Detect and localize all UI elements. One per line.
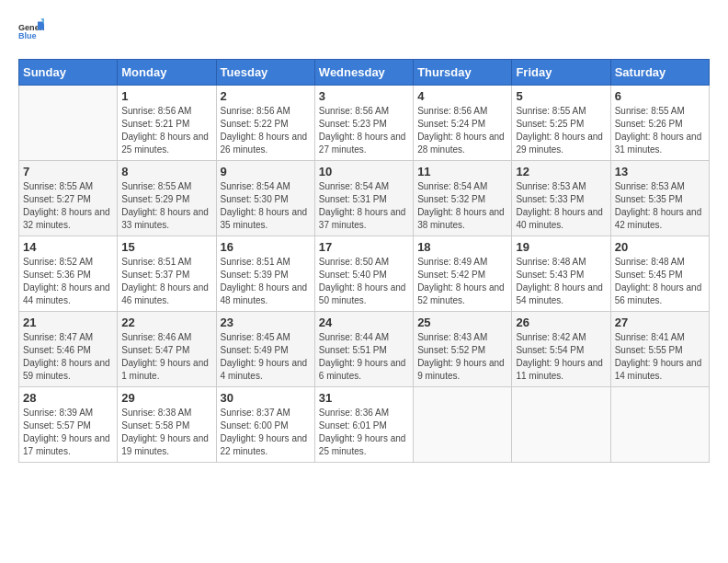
calendar-cell: 18Sunrise: 8:49 AMSunset: 5:42 PMDayligh… xyxy=(414,236,512,312)
day-info: Sunrise: 8:46 AMSunset: 5:47 PMDaylight:… xyxy=(121,331,211,383)
calendar-cell: 14Sunrise: 8:52 AMSunset: 5:36 PMDayligh… xyxy=(19,236,118,312)
day-number: 13 xyxy=(615,165,705,178)
day-number: 26 xyxy=(516,316,606,329)
day-number: 16 xyxy=(221,240,311,254)
weekday-header-tuesday: Tuesday xyxy=(216,60,314,86)
calendar-week-row: 28Sunrise: 8:39 AMSunset: 5:57 PMDayligh… xyxy=(19,387,710,463)
day-info: Sunrise: 8:37 AMSunset: 6:00 PMDaylight:… xyxy=(221,407,311,458)
weekday-header-sunday: Sunday xyxy=(19,60,118,86)
day-info: Sunrise: 8:47 AMSunset: 5:46 PMDaylight:… xyxy=(23,331,113,383)
day-number: 22 xyxy=(121,316,211,329)
calendar-cell: 5Sunrise: 8:55 AMSunset: 5:25 PMDaylight… xyxy=(512,86,610,161)
weekday-header-monday: Monday xyxy=(118,60,216,86)
calendar-week-row: 21Sunrise: 8:47 AMSunset: 5:46 PMDayligh… xyxy=(19,312,710,387)
day-number: 5 xyxy=(516,89,606,103)
day-number: 30 xyxy=(221,391,311,405)
calendar-cell: 30Sunrise: 8:37 AMSunset: 6:00 PMDayligh… xyxy=(216,387,314,463)
day-number: 23 xyxy=(221,316,311,329)
calendar-week-row: 1Sunrise: 8:56 AMSunset: 5:21 PMDaylight… xyxy=(19,86,710,161)
day-info: Sunrise: 8:55 AMSunset: 5:26 PMDaylight:… xyxy=(615,105,705,156)
day-number: 18 xyxy=(417,240,507,254)
calendar-cell: 4Sunrise: 8:56 AMSunset: 5:24 PMDaylight… xyxy=(414,86,512,161)
calendar-cell: 6Sunrise: 8:55 AMSunset: 5:26 PMDaylight… xyxy=(610,86,709,161)
day-info: Sunrise: 8:48 AMSunset: 5:45 PMDaylight:… xyxy=(615,256,705,307)
calendar-cell: 20Sunrise: 8:48 AMSunset: 5:45 PMDayligh… xyxy=(610,236,709,312)
day-number: 1 xyxy=(121,89,211,103)
day-number: 7 xyxy=(23,165,113,178)
svg-text:Blue: Blue xyxy=(18,31,37,40)
day-info: Sunrise: 8:55 AMSunset: 5:29 PMDaylight:… xyxy=(121,180,211,232)
logo: General Blue xyxy=(18,18,44,44)
day-number: 27 xyxy=(615,316,705,329)
day-info: Sunrise: 8:38 AMSunset: 5:58 PMDaylight:… xyxy=(121,407,211,458)
weekday-header-saturday: Saturday xyxy=(610,60,709,86)
calendar-cell: 10Sunrise: 8:54 AMSunset: 5:31 PMDayligh… xyxy=(314,161,413,236)
calendar-cell xyxy=(414,387,512,463)
day-info: Sunrise: 8:49 AMSunset: 5:42 PMDaylight:… xyxy=(417,256,507,307)
day-number: 19 xyxy=(516,240,606,254)
day-info: Sunrise: 8:56 AMSunset: 5:22 PMDaylight:… xyxy=(221,105,311,156)
weekday-header-friday: Friday xyxy=(512,60,610,86)
day-info: Sunrise: 8:54 AMSunset: 5:30 PMDaylight:… xyxy=(221,180,311,232)
calendar-cell: 15Sunrise: 8:51 AMSunset: 5:37 PMDayligh… xyxy=(118,236,216,312)
day-info: Sunrise: 8:56 AMSunset: 5:21 PMDaylight:… xyxy=(121,105,211,156)
day-info: Sunrise: 8:50 AMSunset: 5:40 PMDaylight:… xyxy=(319,256,409,307)
day-info: Sunrise: 8:54 AMSunset: 5:31 PMDaylight:… xyxy=(319,180,409,232)
general-blue-icon: General Blue xyxy=(18,18,44,44)
calendar-cell: 16Sunrise: 8:51 AMSunset: 5:39 PMDayligh… xyxy=(216,236,314,312)
day-info: Sunrise: 8:51 AMSunset: 5:39 PMDaylight:… xyxy=(221,256,311,307)
calendar-cell xyxy=(19,86,118,161)
calendar-cell: 19Sunrise: 8:48 AMSunset: 5:43 PMDayligh… xyxy=(512,236,610,312)
calendar-cell xyxy=(610,387,709,463)
day-number: 14 xyxy=(23,240,113,254)
calendar-cell: 8Sunrise: 8:55 AMSunset: 5:29 PMDaylight… xyxy=(118,161,216,236)
calendar-cell: 29Sunrise: 8:38 AMSunset: 5:58 PMDayligh… xyxy=(118,387,216,463)
day-info: Sunrise: 8:55 AMSunset: 5:27 PMDaylight:… xyxy=(23,180,113,232)
day-number: 25 xyxy=(417,316,507,329)
calendar-cell: 26Sunrise: 8:42 AMSunset: 5:54 PMDayligh… xyxy=(512,312,610,387)
day-info: Sunrise: 8:53 AMSunset: 5:35 PMDaylight:… xyxy=(615,180,705,232)
calendar-week-row: 7Sunrise: 8:55 AMSunset: 5:27 PMDaylight… xyxy=(19,161,710,236)
header: General Blue xyxy=(18,18,710,44)
day-number: 21 xyxy=(23,316,113,329)
calendar-cell: 25Sunrise: 8:43 AMSunset: 5:52 PMDayligh… xyxy=(414,312,512,387)
calendar-cell: 7Sunrise: 8:55 AMSunset: 5:27 PMDaylight… xyxy=(19,161,118,236)
calendar-cell: 3Sunrise: 8:56 AMSunset: 5:23 PMDaylight… xyxy=(314,86,413,161)
day-number: 28 xyxy=(23,391,113,405)
day-info: Sunrise: 8:36 AMSunset: 6:01 PMDaylight:… xyxy=(319,407,409,458)
day-info: Sunrise: 8:39 AMSunset: 5:57 PMDaylight:… xyxy=(23,407,113,458)
day-number: 8 xyxy=(121,165,211,178)
calendar-cell: 2Sunrise: 8:56 AMSunset: 5:22 PMDaylight… xyxy=(216,86,314,161)
day-number: 12 xyxy=(516,165,606,178)
day-info: Sunrise: 8:51 AMSunset: 5:37 PMDaylight:… xyxy=(121,256,211,307)
day-info: Sunrise: 8:48 AMSunset: 5:43 PMDaylight:… xyxy=(516,256,606,307)
day-number: 20 xyxy=(615,240,705,254)
day-number: 9 xyxy=(221,165,311,178)
calendar-cell: 27Sunrise: 8:41 AMSunset: 5:55 PMDayligh… xyxy=(610,312,709,387)
calendar-cell: 22Sunrise: 8:46 AMSunset: 5:47 PMDayligh… xyxy=(118,312,216,387)
day-info: Sunrise: 8:56 AMSunset: 5:23 PMDaylight:… xyxy=(319,105,409,156)
calendar-cell xyxy=(512,387,610,463)
day-info: Sunrise: 8:43 AMSunset: 5:52 PMDaylight:… xyxy=(417,331,507,383)
day-info: Sunrise: 8:53 AMSunset: 5:33 PMDaylight:… xyxy=(516,180,606,232)
calendar-cell: 17Sunrise: 8:50 AMSunset: 5:40 PMDayligh… xyxy=(314,236,413,312)
weekday-header-row: SundayMondayTuesdayWednesdayThursdayFrid… xyxy=(19,60,710,86)
day-number: 31 xyxy=(319,391,409,405)
calendar-cell: 11Sunrise: 8:54 AMSunset: 5:32 PMDayligh… xyxy=(414,161,512,236)
day-info: Sunrise: 8:52 AMSunset: 5:36 PMDaylight:… xyxy=(23,256,113,307)
day-info: Sunrise: 8:41 AMSunset: 5:55 PMDaylight:… xyxy=(615,331,705,383)
day-info: Sunrise: 8:45 AMSunset: 5:49 PMDaylight:… xyxy=(221,331,311,383)
calendar-cell: 12Sunrise: 8:53 AMSunset: 5:33 PMDayligh… xyxy=(512,161,610,236)
day-number: 3 xyxy=(319,89,409,103)
day-number: 6 xyxy=(615,89,705,103)
day-number: 29 xyxy=(121,391,211,405)
day-info: Sunrise: 8:44 AMSunset: 5:51 PMDaylight:… xyxy=(319,331,409,383)
day-info: Sunrise: 8:56 AMSunset: 5:24 PMDaylight:… xyxy=(417,105,507,156)
weekday-header-wednesday: Wednesday xyxy=(314,60,413,86)
calendar-week-row: 14Sunrise: 8:52 AMSunset: 5:36 PMDayligh… xyxy=(19,236,710,312)
calendar-cell: 28Sunrise: 8:39 AMSunset: 5:57 PMDayligh… xyxy=(19,387,118,463)
day-info: Sunrise: 8:55 AMSunset: 5:25 PMDaylight:… xyxy=(516,105,606,156)
calendar-cell: 9Sunrise: 8:54 AMSunset: 5:30 PMDaylight… xyxy=(216,161,314,236)
day-number: 11 xyxy=(417,165,507,178)
calendar-cell: 21Sunrise: 8:47 AMSunset: 5:46 PMDayligh… xyxy=(19,312,118,387)
